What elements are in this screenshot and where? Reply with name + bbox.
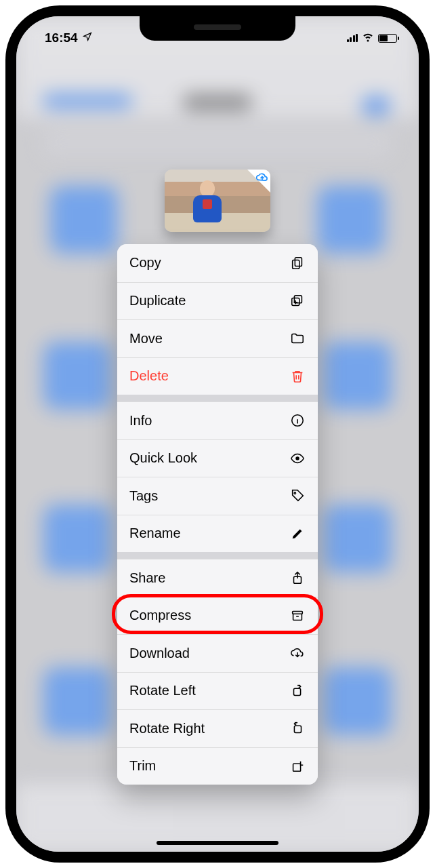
wifi-icon [362, 31, 374, 46]
trim-icon [289, 758, 306, 774]
menu-item-info[interactable]: Info [117, 401, 318, 439]
menu-item-label: Info [129, 413, 152, 429]
copy-icon [289, 255, 306, 271]
iphone-device-frame: 16:54 [5, 5, 430, 863]
cloud-download-icon [289, 645, 306, 661]
trash-icon [289, 368, 306, 384]
menu-item-label: Copy [129, 255, 161, 271]
archive-icon [289, 608, 306, 624]
home-indicator [157, 841, 278, 845]
menu-item-label: Quick Look [129, 450, 197, 466]
menu-separator [117, 552, 318, 559]
menu-item-move[interactable]: Move [117, 319, 318, 357]
menu-item-label: Rotate Left [129, 683, 196, 698]
menu-item-label: Duplicate [129, 293, 186, 309]
menu-item-label: Share [129, 570, 165, 586]
menu-item-label: Compress [129, 608, 191, 623]
duplicate-icon [289, 293, 306, 309]
context-menu: CopyDuplicateMoveDeleteInfoQuick LookTag… [117, 244, 318, 785]
menu-item-compress[interactable]: Compress [117, 597, 318, 635]
pencil-icon [289, 526, 306, 542]
status-time: 16:54 [45, 31, 78, 45]
menu-item-rename[interactable]: Rename [117, 515, 318, 553]
menu-item-label: Delete [129, 368, 169, 384]
menu-item-label: Tags [129, 488, 158, 504]
menu-item-label: Download [129, 646, 190, 661]
menu-item-quicklook[interactable]: Quick Look [117, 439, 318, 477]
rotate-right-icon [289, 720, 306, 736]
menu-item-rotateleft[interactable]: Rotate Left [117, 672, 318, 710]
cellular-icon [347, 34, 358, 42]
info-icon [289, 412, 306, 429]
menu-item-label: Rename [129, 526, 181, 541]
menu-item-duplicate[interactable]: Duplicate [117, 282, 318, 320]
menu-item-tags[interactable]: Tags [117, 477, 318, 515]
menu-item-trim[interactable]: Trim [117, 747, 318, 785]
menu-item-rotateright[interactable]: Rotate Right [117, 709, 318, 747]
menu-separator [117, 395, 318, 401]
share-icon [289, 570, 306, 586]
menu-item-delete[interactable]: Delete [117, 357, 318, 395]
cloud-status-icon [255, 171, 269, 187]
screen: 16:54 [16, 16, 419, 852]
menu-item-share[interactable]: Share [117, 559, 318, 597]
location-icon [82, 31, 93, 45]
folder-icon [289, 330, 306, 347]
eye-icon [289, 450, 306, 467]
tag-icon [289, 488, 306, 504]
menu-item-label: Rotate Right [129, 721, 205, 736]
file-preview-thumbnail[interactable] [165, 170, 270, 232]
rotate-left-icon [289, 683, 306, 699]
menu-item-copy[interactable]: Copy [117, 244, 318, 282]
menu-item-download[interactable]: Download [117, 634, 318, 672]
battery-icon [378, 34, 397, 43]
menu-item-label: Move [129, 331, 163, 347]
menu-item-label: Trim [129, 758, 156, 774]
notch [140, 16, 295, 41]
